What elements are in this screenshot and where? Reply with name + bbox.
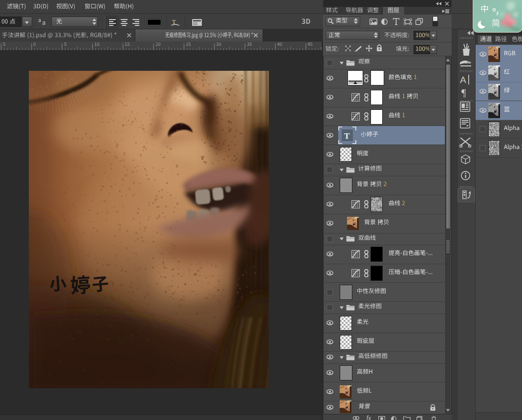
svg-text:A: A [460, 75, 466, 84]
svg-text:T: T [344, 131, 350, 141]
svg-text:¶: ¶ [461, 87, 466, 98]
